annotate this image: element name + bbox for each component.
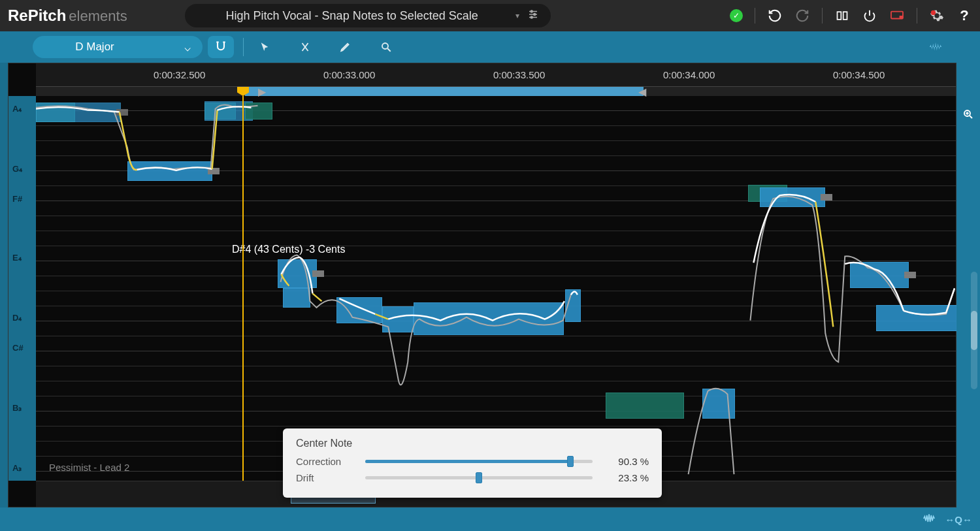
- note-block[interactable]: [382, 306, 414, 332]
- correction-row: Correction 90.3 %: [296, 456, 649, 467]
- zoom-vertical-in-icon[interactable]: [962, 108, 974, 123]
- split-tool-button[interactable]: [293, 35, 317, 59]
- note-handle[interactable]: [208, 168, 220, 174]
- grid-line: [36, 291, 956, 291]
- grid-line: [36, 366, 956, 366]
- svg-point-3: [531, 10, 532, 12]
- scrollbar-thumb[interactable]: [971, 311, 977, 350]
- svg-point-5: [531, 16, 532, 18]
- snap-magnet-button[interactable]: [208, 36, 234, 58]
- grid-line: [36, 351, 956, 351]
- grid-line: [36, 426, 956, 426]
- svg-rect-6: [838, 12, 841, 20]
- waveform-icon[interactable]: [923, 514, 936, 525]
- slider-thumb[interactable]: [476, 472, 482, 483]
- note-block[interactable]: [760, 187, 825, 207]
- preset-settings-icon[interactable]: [527, 8, 539, 23]
- chevron-down-icon: ⌵: [184, 40, 191, 54]
- grid-line: [36, 381, 956, 381]
- track-name-label: Pessimist - Lead 2: [49, 462, 129, 473]
- pitch-editor: A₄ G₄ F# E₄ D₄ C# B₃ A₃ 0:00:32.500 0:00…: [8, 63, 956, 507]
- arrow-tool-button[interactable]: [253, 35, 276, 59]
- monitor-lock-icon[interactable]: [889, 8, 905, 24]
- note-block[interactable]: [606, 393, 684, 419]
- drift-label: Drift: [296, 472, 355, 483]
- logo-sub-text: elements: [69, 8, 127, 25]
- divider: [917, 8, 917, 24]
- note-label: E₄: [12, 253, 22, 263]
- slider-fill: [365, 460, 570, 463]
- grid-line: [36, 216, 956, 216]
- note-block[interactable]: [245, 103, 272, 120]
- correction-label: Correction: [296, 456, 355, 467]
- ruler-tick: 0:00:32.500: [154, 63, 205, 86]
- ruler-tick: 0:00:34.000: [663, 63, 715, 86]
- slider-thumb[interactable]: [567, 456, 574, 467]
- note-block[interactable]: [127, 161, 212, 181]
- ruler-tick: 0:00:33.000: [323, 63, 375, 86]
- playhead[interactable]: [242, 96, 244, 481]
- ruler-tick: 0:00:34.500: [833, 63, 885, 86]
- note-block[interactable]: [565, 289, 581, 322]
- note-label: C#: [12, 343, 24, 353]
- drift-row: Drift 23.3 %: [296, 472, 649, 483]
- note-block[interactable]: [876, 305, 957, 331]
- grid-line: [36, 155, 956, 156]
- grid-line: [36, 125, 956, 126]
- status-ok-icon[interactable]: ✓: [730, 9, 743, 22]
- note-label: F#: [12, 194, 22, 204]
- ab-compare-button[interactable]: [834, 8, 850, 24]
- top-icons-group: ✓ ?: [730, 8, 972, 24]
- scale-dropdown[interactable]: D Major ⌵: [33, 36, 203, 58]
- separator: [243, 38, 244, 56]
- zoom-fit-icon[interactable]: ↔Q↔: [945, 514, 972, 525]
- draw-tool-button[interactable]: [334, 35, 357, 59]
- waveform-toggle-button[interactable]: [924, 35, 947, 59]
- svg-point-4: [533, 14, 535, 16]
- correction-slider[interactable]: [365, 460, 593, 463]
- power-button[interactable]: [862, 8, 877, 24]
- note-label: A₃: [12, 463, 22, 473]
- zoom-tool-button[interactable]: [374, 35, 398, 59]
- time-ruler[interactable]: 0:00:32.500 0:00:33.000 0:00:33.500 0:00…: [36, 63, 956, 87]
- drift-slider[interactable]: [365, 476, 593, 479]
- pitch-grid[interactable]: D#4 (43 Cents) -3 Cents: [36, 96, 956, 481]
- help-button[interactable]: ?: [956, 8, 972, 24]
- gear-notification-icon[interactable]: [929, 8, 945, 24]
- center-note-panel: Center Note Correction 90.3 % Drift 23.3…: [283, 428, 662, 498]
- divider: [755, 8, 755, 24]
- note-block[interactable]: [414, 302, 564, 335]
- correction-value: 90.3 %: [603, 456, 649, 467]
- redo-button[interactable]: [794, 8, 810, 24]
- undo-button[interactable]: [767, 8, 783, 24]
- panel-title: Center Note: [296, 438, 649, 449]
- note-handle[interactable]: [904, 272, 916, 278]
- right-tools: [924, 35, 947, 59]
- preset-dropdown[interactable]: High Pitch Vocal - Snap Notes to Selecte…: [185, 4, 551, 27]
- note-block[interactable]: [702, 389, 735, 419]
- svg-rect-7: [843, 12, 847, 20]
- note-block[interactable]: [278, 259, 317, 288]
- grid-line: [36, 276, 956, 276]
- note-handle[interactable]: [312, 270, 324, 277]
- note-block[interactable]: [283, 288, 310, 308]
- note-block[interactable]: [36, 103, 121, 122]
- note-handle[interactable]: [116, 109, 128, 116]
- note-block[interactable]: [850, 262, 909, 288]
- grid-line: [36, 110, 956, 111]
- vertical-scrollbar[interactable]: [971, 272, 977, 389]
- grid-line: [36, 336, 956, 336]
- svg-point-11: [931, 10, 936, 15]
- loop-region-bar[interactable]: ▶ ◀: [36, 87, 956, 96]
- preset-name: High Pitch Vocal - Snap Notes to Selecte…: [197, 9, 508, 23]
- divider: [822, 8, 823, 24]
- grid-line: [36, 140, 956, 141]
- note-handle[interactable]: [821, 194, 832, 201]
- loop-region[interactable]: [245, 87, 644, 96]
- bottom-bar: ↔Q↔: [0, 507, 980, 531]
- right-rail: [956, 63, 980, 531]
- svg-line-15: [387, 48, 391, 52]
- note-block[interactable]: [336, 297, 382, 323]
- svg-rect-10: [900, 16, 903, 19]
- grid-line: [36, 396, 956, 396]
